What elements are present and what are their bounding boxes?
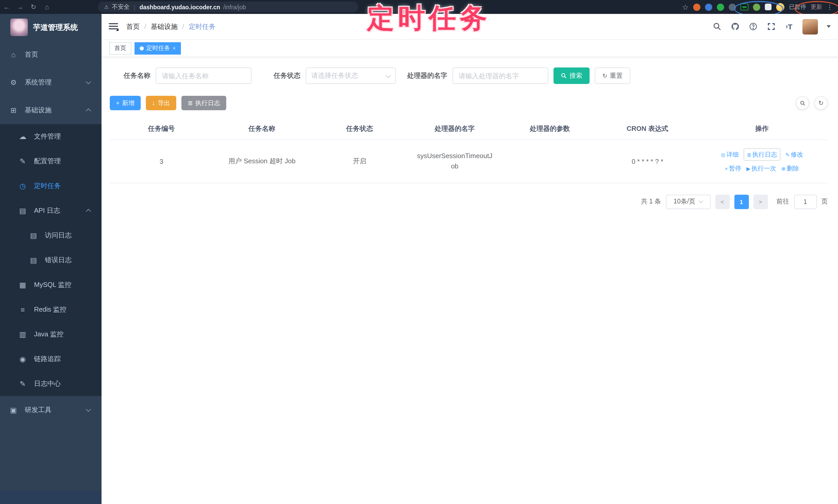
plus-icon: + [116,100,120,107]
search-button[interactable]: 搜索 [554,68,590,84]
action-detail[interactable]: ◎详细 [721,151,739,158]
prev-page-button[interactable]: < [715,195,730,209]
sidebar-item-log-center[interactable]: ✎ 日志中心 [0,371,102,396]
pagination: 共 1 条 10条/页 < 1 > 前往 页 [110,195,828,209]
reset-button[interactable]: ↻ 重置 [595,68,630,84]
sidebar-item-access-log[interactable]: ▤ 访问日志 [0,223,102,248]
detail-icon: ◎ [721,152,726,158]
handler-name-input[interactable] [453,68,548,84]
sidebar-item-config-manage[interactable]: ✎ 配置管理 [0,149,102,174]
sidebar-item-dev-tools[interactable]: ▣ 研发工具 [0,396,102,424]
current-page-button[interactable]: 1 [734,195,749,209]
download-icon: ↓ [152,100,155,107]
edit-icon: ✎ [19,157,27,165]
search-icon[interactable] [712,22,721,31]
col-handler-param: 处理器的参数 [501,118,599,140]
breadcrumb: 首页 / 基础设施 / 定时任务 [126,22,216,31]
breadcrumb-infra[interactable]: 基础设施 [151,22,177,31]
toggle-search-button[interactable] [796,96,809,110]
cell-job-status: 开启 [311,140,408,183]
chevron-down-icon [86,407,91,412]
address-bar[interactable]: ⚠ 不安全 | dashboard.yudao.iocoder.cn/infra… [98,2,358,12]
browser-reload-icon[interactable]: ↻ [27,3,40,11]
home-icon: ⌂ [9,51,18,59]
sidebar-item-infra[interactable]: ⊞ 基础设施 [0,96,102,124]
action-edit[interactable]: ✎修改 [785,151,803,158]
table-row: 3 用户 Session 超时 Job 开启 sysUserSessionTim… [110,140,828,183]
job-status-select[interactable]: 请选择任务状态 [305,68,396,84]
cell-job-name: 用户 Session 超时 Job [213,140,311,183]
action-run-once[interactable]: ▶执行一次 [747,165,776,172]
cell-handler-param [501,140,599,183]
tag-close-icon[interactable]: × [173,45,176,51]
app-logo [10,19,28,36]
github-icon[interactable] [730,22,739,31]
extension-icon[interactable] [693,3,700,11]
extension-icon[interactable] [753,3,760,11]
goto-page-input[interactable] [794,195,817,209]
timer-icon: ◷ [19,182,27,190]
app-title: 芋道管理系统 [33,22,78,32]
sidebar-item-redis-monitor[interactable]: ≡ Redis 监控 [0,297,102,322]
next-page-button[interactable]: > [753,195,768,209]
export-button[interactable]: ↓ 导出 [146,96,176,110]
sidebar-item-system[interactable]: ⚙ 系统管理 [0,69,102,96]
job-name-input[interactable] [156,68,251,84]
collapse-menu-icon[interactable] [109,23,118,30]
sidebar-item-home[interactable]: ⌂ 首页 [0,41,102,69]
col-actions: 操作 [696,118,828,140]
execution-log-button[interactable]: ≣ 执行日志 [181,96,226,110]
not-secure-label: 不安全 [112,3,129,11]
app-logo-row[interactable]: 芋道管理系统 [0,14,102,41]
col-job-status: 任务状态 [311,118,408,140]
extensions-puzzle-icon[interactable] [765,4,771,10]
not-secure-warning-icon: ⚠ [104,4,109,10]
job-status-label: 任务状态 [274,71,300,80]
cell-job-id: 3 [110,140,213,183]
help-icon[interactable] [748,22,757,31]
add-button[interactable]: + 新增 [110,96,141,110]
browser-home-icon[interactable]: ⌂ [40,3,54,11]
sidebar-item-api-log[interactable]: ▤ API 日志 [0,198,102,223]
java-icon: ▥ [19,330,27,338]
fullscreen-icon[interactable] [766,22,775,31]
profile-emoji-avatar[interactable] [776,3,784,11]
refresh-table-button[interactable]: ↻ [814,96,828,110]
sidebar-item-error-log[interactable]: ▤ 错误日志 [0,248,102,272]
col-cron: CRON 表达式 [599,118,696,140]
sidebar-item-scheduled-jobs[interactable]: ◷ 定时任务 [0,174,102,198]
action-pause[interactable]: ×暂停 [725,165,741,172]
edit-icon: ✎ [785,152,790,158]
cell-handler-name: sysUserSessionTimeoutJob [408,140,501,183]
sidebar-item-trace[interactable]: ◉ 链路追踪 [0,347,102,371]
sidebar-item-file-manage[interactable]: ☁ 文件管理 [0,124,102,149]
tags-view-bar: 首页 定时任务 × [102,40,838,57]
avatar-caret-down-icon[interactable] [827,25,831,30]
browser-forward-icon[interactable]: → [13,3,27,11]
navbar: 首页 / 基础设施 / 定时任务 [102,14,838,40]
chevron-down-icon [386,73,391,78]
col-handler-name: 处理器的名字 [408,118,501,140]
log-icon: ▤ [29,231,38,239]
page-size-select[interactable]: 10条/页 [666,195,711,209]
action-execution-log[interactable]: ≣执行日志 [744,148,780,161]
sidebar-item-java-monitor[interactable]: ▥ Java 监控 [0,322,102,347]
font-size-icon[interactable]: тT [784,22,794,31]
handler-name-label: 处理器的名字 [407,71,447,80]
browser-back-icon[interactable]: ← [0,3,13,11]
active-tag-dot [140,46,144,50]
user-avatar[interactable] [802,19,818,34]
sidebar-item-mysql-monitor[interactable]: ▦ MySQL 监控 [0,272,102,297]
breadcrumb-home[interactable]: 首页 [126,22,140,31]
jobs-table: 任务编号 任务名称 任务状态 处理器的名字 处理器的参数 CRON 表达式 操作… [110,118,828,183]
extension-icon[interactable] [729,3,736,11]
extension-icon[interactable] [717,3,724,11]
extension-icon[interactable] [705,3,712,11]
action-delete[interactable]: ⊗删除 [781,165,799,172]
extension-on-badge-icon[interactable]: on [740,4,748,10]
chrome-update-button[interactable]: 更新 [811,3,822,11]
tag-scheduled-jobs[interactable]: 定时任务 × [135,42,181,54]
tag-home[interactable]: 首页 [109,42,132,54]
chrome-menu-icon[interactable]: ⋮ [827,3,833,11]
bookmark-star-icon[interactable]: ☆ [682,3,688,11]
